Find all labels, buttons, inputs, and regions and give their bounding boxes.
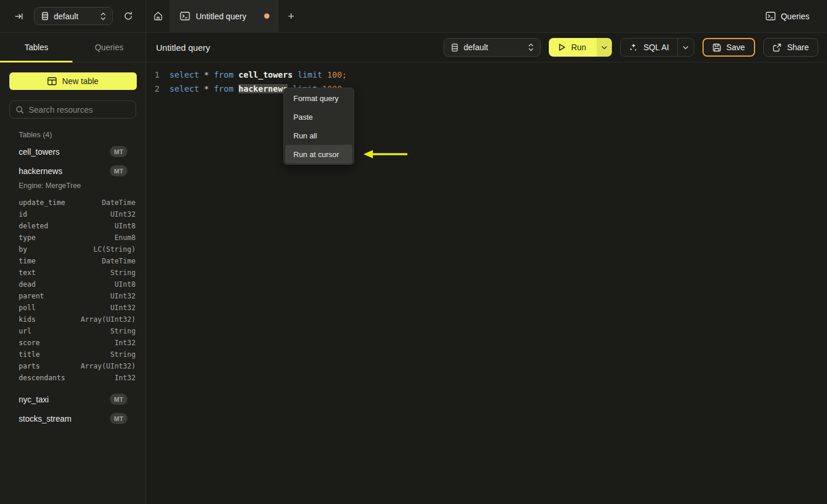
column-type: String [110, 327, 136, 335]
code-token: from [214, 70, 234, 79]
code-token [322, 70, 327, 79]
engine-badge: MT [110, 413, 127, 424]
column-row: scoreInt32 [19, 337, 136, 349]
code-token: hackernews [238, 84, 288, 93]
line-number: 2 [146, 82, 160, 96]
column-name: deleted [19, 222, 49, 230]
query-toolbar: default Run [444, 38, 818, 57]
code-token: select [169, 70, 199, 79]
code-token: limit [297, 70, 322, 79]
line-number: 1 [146, 68, 160, 82]
run-button[interactable]: Run [549, 38, 597, 57]
save-button[interactable]: Save [703, 38, 755, 57]
collapse-sidebar-button[interactable] [12, 9, 26, 23]
database-selector[interactable]: default [34, 7, 113, 25]
table-item-nyc_taxi[interactable]: nyc_taxiMT [0, 390, 146, 409]
code-token [234, 84, 238, 93]
query-header: Untitled query default [146, 33, 827, 62]
share-button[interactable]: Share [763, 38, 818, 57]
table-name: stocks_stream [19, 414, 71, 423]
terminal-icon [766, 12, 776, 20]
column-name: kids [19, 315, 36, 324]
table-item-hackernews[interactable]: hackernewsMT [0, 161, 146, 180]
sql-ai-options-button[interactable] [677, 39, 694, 56]
column-row: titleString [19, 349, 136, 360]
queries-button-label: Queries [781, 12, 809, 21]
column-name: update_time [19, 199, 65, 207]
column-name: parts [19, 362, 40, 370]
main-pane: Untitled query default [146, 33, 827, 504]
tab-untitled-query[interactable]: Untitled query [169, 0, 278, 32]
column-row: byLC(String) [19, 244, 136, 255]
sql-editor[interactable]: 1select * from cell_towers limit 100;2se… [146, 62, 827, 96]
search-input[interactable] [29, 105, 130, 114]
queries-button[interactable]: Queries [761, 8, 814, 25]
tables-list: cell_towersMThackernewsMTEngine: MergeTr… [0, 142, 146, 428]
table-name: nyc_taxi [19, 395, 49, 404]
search-box [9, 100, 136, 119]
sql-ai-button[interactable]: SQL AI [621, 39, 677, 56]
column-type: UInt8 [115, 222, 136, 230]
save-icon [712, 43, 721, 52]
sidebar-tab-tables[interactable]: Tables [0, 33, 73, 62]
home-button[interactable] [146, 0, 169, 32]
column-row: update_timeDateTime [19, 197, 136, 208]
menu-item-paste[interactable]: Paste [285, 107, 352, 126]
menu-item-format-query[interactable]: Format query [285, 89, 352, 107]
run-options-button[interactable] [597, 38, 612, 57]
run-split-button: Run [549, 38, 612, 57]
column-name: text [19, 269, 36, 277]
updown-chevron-icon [528, 43, 534, 51]
sidebar-tab-queries[interactable]: Queries [73, 33, 146, 62]
table-item-cell_towers[interactable]: cell_towersMT [0, 142, 146, 161]
column-type: LC(String) [94, 245, 136, 253]
code-token: * [199, 84, 214, 93]
database-icon [451, 43, 459, 52]
table-item-stocks_stream[interactable]: stocks_streamMT [0, 409, 146, 428]
column-name: poll [19, 304, 36, 312]
collapse-sidebar-icon [14, 12, 23, 21]
column-type: Int32 [115, 374, 136, 382]
home-icon [153, 11, 163, 21]
menu-item-run-at-cursor[interactable]: Run at cursor [285, 145, 352, 164]
table-name: hackernews [19, 166, 63, 176]
column-name: by [19, 245, 27, 253]
engine-badge: MT [110, 394, 127, 405]
new-tab-button[interactable]: + [278, 0, 304, 32]
active-tab-underline [0, 61, 72, 62]
column-name: score [19, 339, 40, 347]
tables-section-label: Tables (4) [19, 130, 136, 140]
menu-item-run-all[interactable]: Run all [285, 126, 352, 145]
refresh-button[interactable] [121, 9, 136, 23]
share-button-label: Share [787, 43, 809, 52]
table-icon [47, 77, 57, 85]
column-type: DateTime [102, 199, 136, 207]
column-row: deletedUInt8 [19, 220, 136, 232]
column-type: UInt8 [115, 280, 136, 289]
tab-title: Untitled query [196, 12, 258, 21]
column-row: timeDateTime [19, 255, 136, 267]
topbar-right-section: Queries [761, 0, 827, 32]
column-row: pollUInt32 [19, 302, 136, 314]
column-type: String [110, 269, 136, 277]
code-text: select * from cell_towers limit 100; [169, 68, 347, 82]
code-token: cell_towers [238, 70, 293, 79]
column-row: textString [19, 267, 136, 279]
column-name: dead [19, 280, 36, 289]
toolbar-database-selector-value: default [463, 43, 488, 52]
column-row: idUInt32 [19, 208, 136, 220]
toolbar-database-selector[interactable]: default [444, 38, 541, 57]
share-icon [773, 43, 781, 52]
engine-badge: MT [110, 146, 127, 157]
column-type: Array(UInt32) [81, 362, 136, 370]
sparkles-icon [629, 43, 638, 52]
code-token: from [214, 84, 234, 93]
table-engine-label: Engine: MergeTree [0, 180, 146, 193]
chevron-down-icon [601, 46, 607, 50]
new-table-button[interactable]: New table [9, 72, 137, 90]
column-type: UInt32 [110, 292, 136, 300]
sql-ai-button-label: SQL AI [643, 43, 669, 52]
tab-bar: Untitled query + [146, 0, 761, 32]
terminal-icon [180, 12, 190, 20]
editor-context-menu: Format queryPasteRun allRun at cursor [283, 88, 354, 165]
